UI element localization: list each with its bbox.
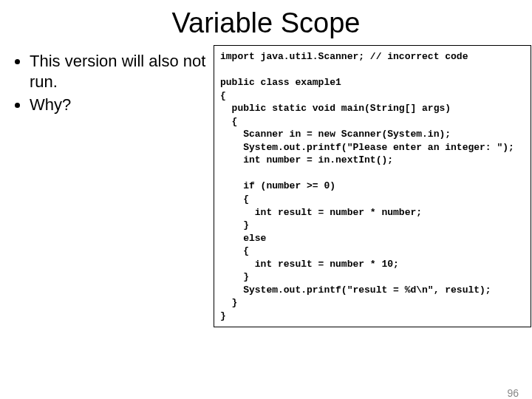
code-line: } xyxy=(220,219,249,231)
slide-title: Variable Scope xyxy=(0,7,532,39)
code-line: { xyxy=(220,116,237,127)
code-line: } xyxy=(220,310,226,321)
body-row: This version will also not run. Why? imp… xyxy=(0,45,532,327)
code-line: Scanner in = new Scanner(System.in); xyxy=(220,129,451,140)
code-line: public static void main(String[] args) xyxy=(220,103,451,114)
code-line: { xyxy=(220,245,249,256)
code-line: { xyxy=(220,194,249,205)
page-number: 96 xyxy=(507,387,519,399)
code-line: int result = number * number; xyxy=(220,207,422,218)
code-line: { xyxy=(220,90,226,101)
code-line: import java.util.Scanner; // incorrect c… xyxy=(220,51,468,62)
code-line: int number = in.nextInt(); xyxy=(220,154,393,166)
code-line: else xyxy=(220,233,266,244)
bullet-list: This version will also not run. Why? xyxy=(0,45,214,118)
code-line: } xyxy=(220,297,237,308)
code-line: System.out.printf("result = %d\n", resul… xyxy=(220,284,491,296)
code-line: } xyxy=(220,271,249,282)
code-box: import java.util.Scanner; // incorrect c… xyxy=(214,45,531,327)
code-line: System.out.printf("Please enter an integ… xyxy=(220,142,514,153)
bullet-item-2: Why? xyxy=(30,95,211,115)
code-line: if (number >= 0) xyxy=(220,180,335,191)
slide: Variable Scope This version will also no… xyxy=(0,7,532,399)
code-line: public class example1 xyxy=(220,77,341,88)
code-line: int result = number * 10; xyxy=(220,259,399,270)
bullet-item-1: This version will also not run. xyxy=(30,51,211,92)
